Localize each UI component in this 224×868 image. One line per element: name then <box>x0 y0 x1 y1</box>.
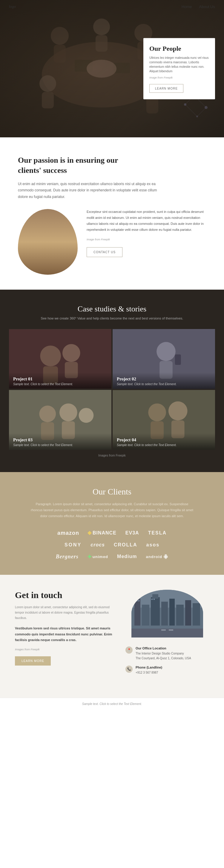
project-4[interactable]: Project 04 Sample text. Click to select … <box>113 390 215 450</box>
contact-highlight: Vestibulum lorem sed risus ultrices tris… <box>15 625 117 643</box>
case-studies-caption-text: Images from Freepik <box>98 454 126 457</box>
svg-rect-59 <box>131 628 203 638</box>
passion-body: Excepteur sint occaecat cupidatat non pr… <box>87 209 206 232</box>
project-3-label: Project 03 Sample text. Click to select … <box>9 433 111 450</box>
clients-row-1: amazon BINANCE EV3A TESLA <box>15 530 209 536</box>
svg-rect-58 <box>154 599 155 600</box>
project-4-title: Project 04 <box>117 437 211 442</box>
android-icon <box>163 554 168 559</box>
passion-content: Excepteur sint occaecat cupidatat non pr… <box>18 209 206 275</box>
project-2-caption: Sample text. Click to select the Text El… <box>117 382 211 386</box>
project-4-label: Project 04 Sample text. Click to select … <box>113 433 215 450</box>
hero-title: Our People <box>149 45 209 53</box>
asos-logo: asos <box>146 542 159 548</box>
tesla-logo: TESLA <box>148 530 167 536</box>
project-1-caption: Sample text. Click to select the Text El… <box>13 382 107 386</box>
svg-rect-56 <box>138 600 139 601</box>
contact-heading: Get in touch <box>15 590 117 600</box>
logo: logo <box>9 4 16 9</box>
clients-desc: Paragraph. Lorem ipsum dolor sit amet, c… <box>30 501 194 519</box>
svg-point-41 <box>168 402 188 421</box>
svg-point-26 <box>62 344 81 362</box>
unimed-cross-icon: ✚ <box>88 554 92 560</box>
passion-photo <box>18 209 78 275</box>
case-studies-heading: Case studies & stories <box>9 305 215 313</box>
contact-learn-more-button[interactable]: LEARN MORE <box>15 656 51 665</box>
clients-row-2: SONY crocs CROLLA asos <box>15 542 209 548</box>
contact-left-col: Get in touch Lorem ipsum dolor sit amet,… <box>15 590 117 665</box>
project-1-label: Project 01 Sample text. Click to select … <box>9 372 111 389</box>
case-studies-subtitle: See how we create 360° Value and help cl… <box>9 316 215 320</box>
passion-section: Our passion is in ensuring our clients' … <box>0 137 224 290</box>
project-3[interactable]: Project 03 Sample text. Click to select … <box>9 390 111 450</box>
project-3-title: Project 03 <box>13 437 107 442</box>
svg-rect-47 <box>142 604 149 625</box>
sony-logo: SONY <box>65 542 82 548</box>
hero-learn-more-button[interactable]: LEARN MORE <box>149 84 183 93</box>
clients-heading: Our Clients <box>15 487 209 497</box>
footer-text: Sample text. Click to select the Text El… <box>9 702 215 706</box>
nav-home[interactable]: Home <box>182 4 192 9</box>
hero-section: Our People Ultrices leo integer malesuad… <box>0 0 224 137</box>
navigation: logo Home About Us <box>0 0 224 13</box>
svg-rect-55 <box>136 600 138 601</box>
hero-image-caption: Image from Freepik <box>149 76 209 80</box>
svg-point-33 <box>39 406 56 423</box>
contact-inner: Get in touch Lorem ipsum dolor sit amet,… <box>15 590 209 683</box>
unimed-logo: ✚unimed <box>88 554 108 560</box>
svg-rect-53 <box>185 600 191 625</box>
svg-rect-46 <box>136 596 139 600</box>
contact-us-button[interactable]: CONTACT US <box>87 247 123 257</box>
svg-rect-52 <box>176 604 184 625</box>
nav-about[interactable]: About Us <box>199 4 215 9</box>
svg-rect-61 <box>169 629 173 631</box>
office-info: 📍 Our Office Location The Interior Desig… <box>125 644 209 683</box>
crocs-logo: crocs <box>91 542 105 548</box>
clients-section: Our Clients Paragraph. Lorem ipsum dolor… <box>0 472 224 575</box>
svg-point-35 <box>59 404 77 422</box>
svg-rect-51 <box>169 599 175 625</box>
svg-rect-31 <box>175 354 181 365</box>
office-location-row: 📍 Our Office Location The Interior Desig… <box>125 646 209 661</box>
hero-body: Ultrices leo integer malesuada nunc vel … <box>149 56 209 73</box>
contact-desc: Lorem ipsum dolor sit amet, consectetur … <box>15 604 117 621</box>
passion-image-caption: Image from Freepik <box>87 237 206 242</box>
project-3-caption: Sample text. Click to select the Text El… <box>13 443 107 447</box>
clients-logos-grid: amazon BINANCE EV3A TESLA SONY crocs CRO… <box>15 530 209 560</box>
svg-point-39 <box>148 404 166 422</box>
passion-image <box>18 209 78 275</box>
phone-label: Phone (Landline) <box>136 665 162 669</box>
case-studies-caption: Images from Freepik <box>9 454 215 457</box>
nav-links: Home About Us <box>182 4 215 9</box>
passion-heading: Our passion is in ensuring our clients' … <box>18 155 120 176</box>
city-image <box>131 590 203 638</box>
office-company: The Interior Design Studio Company <box>136 651 191 656</box>
bergners-logo: Bergners <box>56 554 78 560</box>
contact-image-caption: Images from Freepik <box>15 648 117 651</box>
clients-row-3: Bergners ✚unimed Medium android <box>15 554 209 560</box>
phone-icon: 📞 <box>125 665 133 673</box>
crolla-logo: CROLLA <box>114 542 137 548</box>
svg-rect-50 <box>161 602 168 625</box>
project-2[interactable]: Project 02 Sample text. Click to select … <box>113 329 215 389</box>
phone-text: Phone (Landline) +912 3 567 8987 <box>136 665 162 675</box>
svg-rect-45 <box>134 599 140 625</box>
phone-number: +912 3 567 8987 <box>136 670 162 675</box>
android-logo: android <box>146 554 168 559</box>
project-2-title: Project 02 <box>117 376 211 381</box>
passion-text-column: Excepteur sint occaecat cupidatat non pr… <box>87 209 206 257</box>
svg-rect-54 <box>193 603 200 625</box>
amazon-logo: amazon <box>57 530 79 536</box>
office-address: The Courtyard, Al-Quoz 1, Colorado, USA <box>136 656 191 661</box>
project-1[interactable]: Project 01 Sample text. Click to select … <box>9 329 111 389</box>
phone-row: 📞 Phone (Landline) +912 3 567 8987 <box>125 665 209 675</box>
binance-diamond <box>88 531 92 535</box>
projects-grid: Project 01 Sample text. Click to select … <box>9 329 215 450</box>
svg-rect-60 <box>161 629 166 631</box>
project-2-label: Project 02 Sample text. Click to select … <box>113 372 215 389</box>
medium-logo: Medium <box>117 554 137 559</box>
hero-card: Our People Ultrices leo integer malesuad… <box>143 38 215 99</box>
footer: Sample text. Click to select the Text El… <box>0 698 224 710</box>
svg-point-29 <box>157 342 175 361</box>
binance-logo: BINANCE <box>88 530 117 536</box>
